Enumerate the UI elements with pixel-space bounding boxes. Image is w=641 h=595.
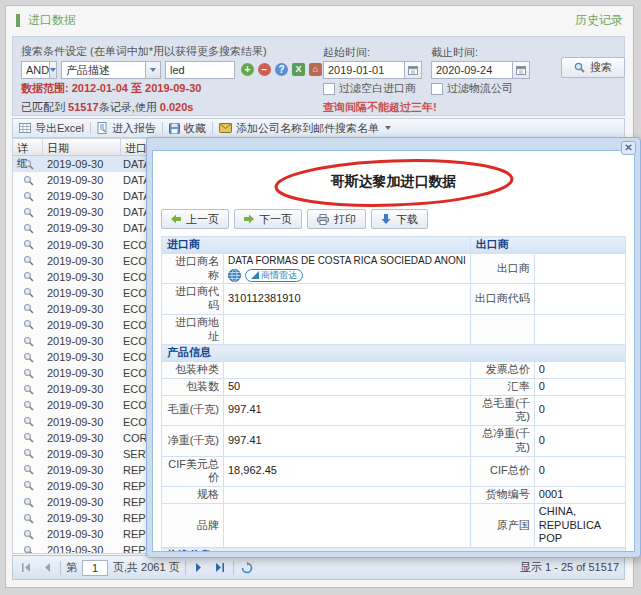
prev-page-icon[interactable] <box>39 560 55 576</box>
save-icon <box>169 123 180 134</box>
row-detail-magnifier-icon[interactable] <box>13 191 43 202</box>
checkbox-icon[interactable] <box>323 83 335 95</box>
row-detail-magnifier-icon[interactable] <box>13 529 43 540</box>
download-button[interactable]: 下载 <box>371 209 428 229</box>
exporter-name <box>534 253 625 284</box>
row-detail-magnifier-icon[interactable] <box>13 239 43 250</box>
calendar-icon[interactable] <box>513 61 530 79</box>
search-condition-label: 搜索条件设定 (在单词中加*用以获得更多搜索结果) <box>21 44 267 59</box>
interval-warning-text: 查询间隔不能超过三年! <box>323 100 437 115</box>
refresh-icon[interactable] <box>239 560 255 576</box>
search-field-select[interactable]: 产品描述 <box>61 61 161 79</box>
last-page-icon[interactable] <box>212 560 228 576</box>
row-detail-magnifier-icon[interactable] <box>13 384 43 395</box>
chevron-down-icon <box>385 126 391 130</box>
favorite-button[interactable]: 收藏 <box>169 121 206 136</box>
row-detail-magnifier-icon[interactable] <box>13 319 43 330</box>
modal-body: 哥斯达黎加进口数据 上一页 下一页 打印 下载 <box>152 150 635 552</box>
filter-logistics-checkbox[interactable]: 过滤物流公司 <box>431 81 513 96</box>
column-header-detail[interactable]: 详细 <box>13 139 43 155</box>
page-number-input[interactable] <box>82 560 108 576</box>
exchange-rate: 0 <box>534 378 625 395</box>
page-title: 进口数据 <box>28 12 76 29</box>
checkbox-icon[interactable] <box>431 83 443 95</box>
invoice-total: 0 <box>534 362 625 379</box>
row-detail-magnifier-icon[interactable] <box>13 368 43 379</box>
row-detail-magnifier-icon[interactable] <box>13 271 43 282</box>
row-detail-magnifier-icon[interactable] <box>13 432 43 443</box>
report-icon <box>97 122 108 134</box>
end-date-input[interactable] <box>431 61 513 79</box>
importer-name: DATA FORMAS DE COSTA RICA SOCIEDAD ANONI <box>228 255 466 268</box>
row-detail-magnifier-icon[interactable] <box>13 223 43 234</box>
mail-icon <box>219 123 232 133</box>
filter-blank-importer-checkbox[interactable]: 过滤空白进口商 <box>323 81 416 96</box>
row-detail-magnifier-icon[interactable] <box>13 480 43 491</box>
first-page-icon[interactable] <box>18 560 34 576</box>
importer-code: 310112381910 <box>224 284 471 315</box>
section-importer: 进口商 <box>162 237 471 254</box>
row-detail-magnifier-icon[interactable] <box>13 464 43 475</box>
add-company-to-mail-list-button[interactable]: 添加公司名称到邮件搜索名单 <box>219 121 391 136</box>
row-detail-magnifier-icon[interactable] <box>13 159 43 170</box>
download-icon <box>381 214 391 224</box>
keyword-input[interactable] <box>165 61 235 79</box>
page-label-prefix: 第 <box>66 560 77 575</box>
row-detail-magnifier-icon[interactable] <box>13 448 43 459</box>
detail-table: 进口商 出口商 进口商名称 DATA FORMAS DE COSTA RICA … <box>161 236 626 552</box>
chevron-down-icon[interactable] <box>145 62 160 78</box>
excel-icon <box>19 122 31 134</box>
history-link[interactable]: 历史记录 <box>575 12 623 29</box>
title-accent-bar <box>16 14 20 27</box>
reset-icon[interactable]: ⌂ <box>309 63 322 76</box>
page-header: 进口数据 历史记录 <box>6 6 633 34</box>
search-icon <box>574 62 585 73</box>
next-record-button[interactable]: 下一页 <box>234 209 302 229</box>
importer-address <box>224 314 471 345</box>
end-time-label: 截止时间: <box>431 45 478 60</box>
print-button[interactable]: 打印 <box>307 209 366 229</box>
prev-record-button[interactable]: 上一页 <box>161 209 229 229</box>
arrow-left-icon <box>171 214 181 224</box>
row-detail-magnifier-icon[interactable] <box>13 352 43 363</box>
excel-icon[interactable]: X <box>292 63 305 76</box>
exporter-code <box>534 284 625 315</box>
row-detail-magnifier-icon[interactable] <box>13 336 43 347</box>
export-excel-button[interactable]: 导出Excel <box>19 121 84 136</box>
search-button[interactable]: 搜索 <box>561 57 625 78</box>
next-page-icon[interactable] <box>191 560 207 576</box>
arrow-right-icon <box>244 214 254 224</box>
condition-action-icons: + − ? X ⌂ <box>241 63 322 76</box>
row-detail-magnifier-icon[interactable] <box>13 513 43 524</box>
start-date-input[interactable] <box>323 61 405 79</box>
total-net-weight: 0 <box>534 426 625 457</box>
add-condition-icon[interactable]: + <box>241 63 254 76</box>
enter-report-button[interactable]: 进入报告 <box>97 121 156 136</box>
bool-operator-select[interactable]: AND <box>21 61 57 79</box>
help-icon[interactable]: ? <box>275 63 288 76</box>
net-weight: 997.41 <box>224 426 471 457</box>
row-detail-magnifier-icon[interactable] <box>13 400 43 411</box>
cif-usd-total: 18,962.45 <box>224 456 471 487</box>
chevron-down-icon[interactable] <box>49 62 56 78</box>
row-detail-magnifier-icon[interactable] <box>13 303 43 314</box>
section-product: 产品信息 <box>162 345 626 362</box>
remove-condition-icon[interactable]: − <box>258 63 271 76</box>
row-detail-magnifier-icon[interactable] <box>13 545 43 554</box>
row-detail-magnifier-icon[interactable] <box>13 416 43 427</box>
modal-title-area: 哥斯达黎加进口数据 <box>153 151 634 203</box>
cargo-number: 0001 <box>534 487 625 504</box>
row-detail-magnifier-icon[interactable] <box>13 207 43 218</box>
calendar-icon[interactable] <box>405 61 422 79</box>
origin-country: CHINA, REPUBLICA POP <box>534 503 625 547</box>
business-radar-badge[interactable]: 商情雷达 <box>245 269 303 282</box>
specification <box>224 487 471 504</box>
row-detail-magnifier-icon[interactable] <box>13 497 43 508</box>
data-range-text: 数据范围: 2012-01-04 至 2019-09-30 <box>21 81 201 96</box>
row-detail-magnifier-icon[interactable] <box>13 255 43 266</box>
row-detail-magnifier-icon[interactable] <box>13 287 43 298</box>
column-header-date[interactable]: 日期 <box>43 139 121 155</box>
row-detail-magnifier-icon[interactable] <box>13 175 43 186</box>
section-exporter: 出口商 <box>470 237 625 254</box>
globe-icon[interactable] <box>228 269 241 282</box>
